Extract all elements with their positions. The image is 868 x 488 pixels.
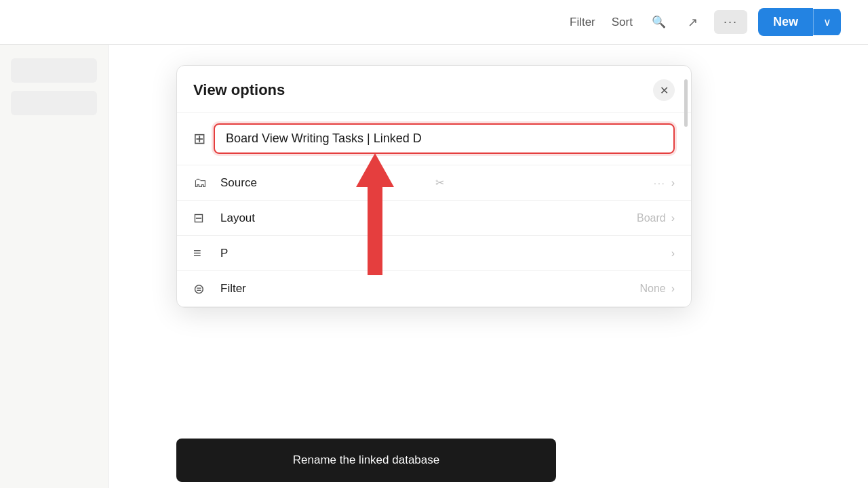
main-area: + View options ✕ ⊞ 🗂 Source ✂ bbox=[0, 45, 868, 488]
tooltip-box: Rename the linked database bbox=[176, 439, 556, 482]
layout-value: Board bbox=[637, 212, 666, 224]
source-icon: 🗂 bbox=[193, 175, 212, 190]
ghost-row bbox=[11, 58, 97, 83]
filter-chevron-icon: › bbox=[671, 283, 675, 295]
left-sidebar: + bbox=[0, 45, 108, 488]
toolbar: Filter Sort 🔍 ↗ ··· New ∨ bbox=[0, 0, 868, 45]
new-button-group: New ∨ bbox=[758, 8, 841, 36]
new-chevron-button[interactable]: ∨ bbox=[813, 9, 841, 35]
layout-icon: ⊟ bbox=[193, 210, 212, 226]
name-row: ⊞ bbox=[177, 113, 691, 165]
tooltip-text: Rename the linked database bbox=[293, 453, 439, 466]
search-icon: 🔍 bbox=[652, 16, 666, 28]
name-input-wrapper bbox=[214, 123, 675, 154]
properties-icon: ≡ bbox=[193, 245, 212, 261]
panel-header: View options ✕ bbox=[177, 66, 691, 113]
filter-value: None bbox=[639, 283, 665, 295]
board-view-icon: ⊞ bbox=[193, 130, 205, 148]
filter-row[interactable]: ⊜ Filter None › bbox=[177, 271, 691, 307]
source-label: Source bbox=[220, 176, 430, 190]
layout-row[interactable]: ⊟ Layout Board › bbox=[177, 201, 691, 236]
panel-scrollbar[interactable] bbox=[684, 79, 688, 127]
layout-label: Layout bbox=[220, 211, 637, 225]
view-name-input[interactable] bbox=[226, 131, 663, 146]
source-dots: ··· bbox=[654, 178, 666, 188]
chevron-down-icon: ∨ bbox=[823, 16, 831, 28]
scissors-icon: ✂ bbox=[435, 176, 444, 189]
more-button[interactable]: ··· bbox=[714, 10, 747, 34]
view-options-panel: View options ✕ ⊞ 🗂 Source ✂ ··· › bbox=[176, 65, 692, 308]
properties-label: P bbox=[220, 247, 671, 260]
filter-button[interactable]: Filter bbox=[567, 12, 598, 33]
content-area: View options ✕ ⊞ 🗂 Source ✂ ··· › bbox=[108, 45, 868, 488]
filter-row-label: Filter bbox=[220, 282, 639, 296]
resize-button[interactable]: ↗ bbox=[682, 11, 703, 34]
new-button[interactable]: New bbox=[758, 8, 813, 36]
panel-title: View options bbox=[193, 81, 285, 99]
sort-button[interactable]: Sort bbox=[609, 12, 635, 33]
source-chevron-icon: › bbox=[671, 177, 675, 189]
properties-chevron-icon: › bbox=[671, 247, 675, 260]
filter-row-icon: ⊜ bbox=[193, 281, 212, 297]
layout-chevron-icon: › bbox=[671, 212, 675, 224]
resize-icon: ↗ bbox=[688, 16, 698, 29]
source-row[interactable]: 🗂 Source ✂ ··· › bbox=[177, 165, 691, 201]
properties-row[interactable]: ≡ P › bbox=[177, 236, 691, 271]
ghost-row bbox=[11, 91, 97, 115]
ghost-rows bbox=[0, 45, 108, 129]
search-button[interactable]: 🔍 bbox=[646, 11, 671, 33]
panel-close-button[interactable]: ✕ bbox=[653, 79, 675, 101]
